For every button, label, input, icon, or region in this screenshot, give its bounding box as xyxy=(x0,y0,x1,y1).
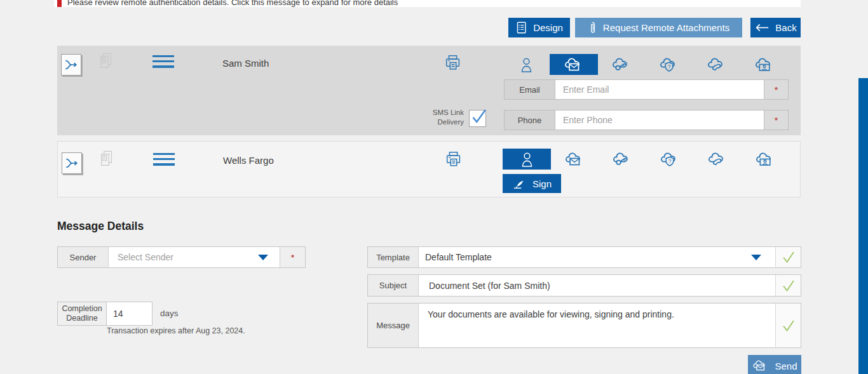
sender-dropdown[interactable]: Select Sender xyxy=(109,247,280,267)
sender-label: Sender xyxy=(58,247,109,267)
cloud-phone-icon xyxy=(706,56,728,74)
recipient-name: Wells Fargo xyxy=(223,155,274,166)
completion-deadline-label: CompletionDeadline xyxy=(58,302,106,325)
template-dropdown[interactable]: Default Template xyxy=(419,247,775,267)
green-check-icon xyxy=(781,250,796,265)
subject-field-row: Subject xyxy=(367,274,801,297)
message-label: Message xyxy=(368,304,419,347)
sms-link-delivery-checkbox[interactable] xyxy=(469,110,486,127)
send-button[interactable]: Send xyxy=(748,355,801,374)
subject-valid-cell xyxy=(775,275,801,296)
cloud-send-email-icon xyxy=(752,359,769,373)
back-button-label: Back xyxy=(775,22,796,33)
merge-recipient-button[interactable] xyxy=(61,54,81,76)
completion-deadline-input[interactable] xyxy=(106,302,152,325)
merge-recipient-button[interactable] xyxy=(62,152,82,174)
request-remote-attachments-label: Request Remote Attachments xyxy=(603,22,729,33)
auth-in-person-tile[interactable] xyxy=(502,54,550,75)
print-icon[interactable] xyxy=(444,150,463,171)
arrow-left-icon xyxy=(754,23,770,32)
template-value: Default Template xyxy=(425,252,492,262)
person-icon xyxy=(519,56,534,73)
document-pages-icon[interactable]: 1 xyxy=(98,52,114,74)
auth-security-question-tile[interactable]: ? xyxy=(646,149,694,170)
auth-id-verification-tile[interactable] xyxy=(741,149,789,170)
design-button[interactable]: Design xyxy=(508,18,570,37)
alert-accent-bar xyxy=(57,0,62,7)
back-button[interactable]: Back xyxy=(750,18,801,37)
merge-arrow-icon xyxy=(64,156,79,171)
phone-label: Phone xyxy=(505,110,555,130)
required-marker: * xyxy=(775,116,778,124)
template-valid-cell xyxy=(775,247,801,267)
cloud-key-icon xyxy=(611,56,632,74)
cloud-key-icon xyxy=(611,150,633,168)
auth-email-delivery-tile[interactable] xyxy=(550,149,599,170)
quill-sign-icon xyxy=(512,177,527,190)
page: Please review remote authentication deta… xyxy=(0,0,868,374)
auth-phone-tile[interactable] xyxy=(693,54,741,75)
auth-id-verification-tile[interactable] xyxy=(740,54,789,75)
cloud-shield-question-icon: ? xyxy=(659,150,681,168)
sign-button[interactable]: Sign xyxy=(503,174,561,193)
design-button-label: Design xyxy=(533,22,563,33)
merge-arrow-icon xyxy=(64,57,79,72)
message-valid-cell xyxy=(775,304,801,347)
document-count: 1 xyxy=(104,156,106,160)
recipient-row-sam-smith: 1 Sam Smith xyxy=(57,46,801,135)
auth-in-person-tile[interactable] xyxy=(503,149,551,170)
chevron-down-icon xyxy=(751,255,761,260)
sender-required-cell: * xyxy=(280,247,305,267)
cloud-phone-icon xyxy=(707,150,728,168)
message-field-row: Message Your documents are available for… xyxy=(367,303,801,348)
cloud-id-card-icon xyxy=(754,150,776,168)
sender-field-row: Sender Select Sender * xyxy=(57,246,306,268)
expiry-note: Transaction expires after Aug 23, 2024. xyxy=(107,326,245,335)
email-field-row: Email * xyxy=(504,79,789,100)
auth-access-code-tile[interactable] xyxy=(598,149,646,170)
subject-input[interactable] xyxy=(428,280,766,291)
cloud-shield-question-icon: ? xyxy=(658,56,680,74)
phone-field-row: Phone * xyxy=(504,110,789,130)
green-check-icon xyxy=(781,318,796,333)
alert-text: Please review remote authentication deta… xyxy=(67,0,398,7)
document-count: 1 xyxy=(103,58,105,62)
green-check-icon xyxy=(781,278,796,293)
completion-deadline-field: CompletionDeadline xyxy=(57,302,153,326)
deadline-unit-label: days xyxy=(160,309,179,318)
document-pages-icon[interactable]: 1 xyxy=(98,150,114,171)
auth-email-delivery-tile[interactable] xyxy=(550,54,598,75)
email-label: Email xyxy=(505,80,555,99)
subject-label: Subject xyxy=(368,275,419,296)
sender-placeholder: Select Sender xyxy=(118,252,173,262)
recipient-name: Sam Smith xyxy=(222,58,269,69)
print-icon[interactable] xyxy=(444,53,463,75)
paperclip-icon xyxy=(588,20,597,35)
template-label: Template xyxy=(368,247,419,267)
send-button-label: Send xyxy=(775,361,797,371)
drag-handle-icon[interactable] xyxy=(153,153,175,169)
chevron-down-icon xyxy=(258,255,268,260)
template-field-row: Template Default Template xyxy=(367,246,801,268)
right-scrollbar[interactable] xyxy=(858,78,868,374)
person-icon xyxy=(520,150,534,168)
cloud-email-icon xyxy=(563,56,585,74)
request-remote-attachments-button[interactable]: Request Remote Attachments xyxy=(575,18,742,37)
drag-handle-icon[interactable] xyxy=(153,55,174,71)
required-marker: * xyxy=(291,253,294,262)
alert-banner[interactable]: Please review remote authentication deta… xyxy=(54,0,801,7)
email-required-cell: * xyxy=(764,80,788,99)
cloud-id-card-icon xyxy=(754,56,775,74)
message-textarea[interactable]: Your documents are available for viewing… xyxy=(419,304,775,347)
checkmark-icon xyxy=(468,107,489,128)
auth-security-question-tile[interactable]: ? xyxy=(645,54,693,75)
message-details-heading: Message Details xyxy=(57,220,144,233)
svg-text:?: ? xyxy=(668,63,671,69)
svg-text:?: ? xyxy=(668,157,672,164)
email-input[interactable] xyxy=(555,80,764,99)
auth-access-code-tile[interactable] xyxy=(597,54,646,75)
phone-input[interactable] xyxy=(555,110,764,130)
required-marker: * xyxy=(775,86,778,94)
auth-phone-tile[interactable] xyxy=(693,149,742,170)
design-document-icon xyxy=(515,21,527,34)
